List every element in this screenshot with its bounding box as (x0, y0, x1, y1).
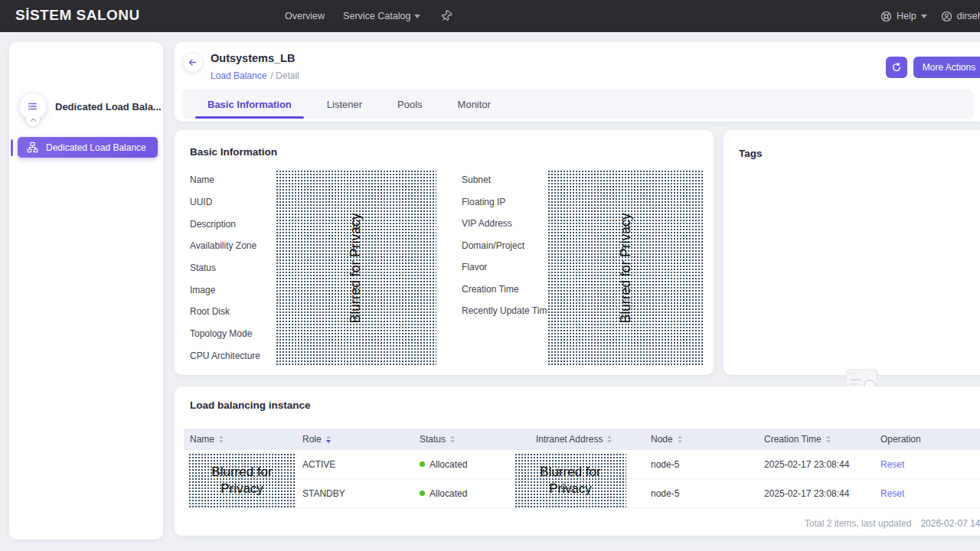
column-node: Node (651, 434, 764, 445)
sort-icon[interactable] (678, 435, 682, 443)
instances-title: Load balancing instance (190, 399, 311, 411)
refresh-icon (891, 62, 902, 73)
pin-button[interactable] (440, 10, 452, 22)
more-actions-label: More Actions (923, 62, 975, 73)
cell-node: node-5 (651, 488, 764, 499)
nav-service-catalog[interactable]: Service Catalog (343, 11, 420, 21)
basic-information-title: Basic Information (190, 146, 277, 158)
sidebar-header: Dedicated Load Bala... (19, 93, 162, 120)
blurred-privacy-text: Privacy (220, 481, 263, 497)
sort-icon[interactable] (450, 435, 455, 443)
blurred-privacy-text: Blurred for Privacy (348, 213, 364, 323)
table-footer: Total 2 items, last updated 2026-02-07 1… (805, 518, 980, 529)
sidebar-item-dedicated-load-balance[interactable]: Dedicated Load Balance (18, 137, 158, 158)
field-label-floating-ip: Floating IP (462, 191, 552, 214)
column-operation: Operation (880, 434, 980, 445)
field-label-subnet: Subnet (462, 169, 552, 191)
blurred-privacy-text: Blurred for (540, 464, 600, 480)
table-header: Name Role Status Intranet Address Node C… (184, 429, 980, 450)
column-role-label: Role (302, 434, 322, 445)
column-creation-time: Creation Time (764, 434, 880, 445)
tab-monitor[interactable]: Monitor (453, 90, 495, 119)
cell-node: node-5 (651, 459, 764, 470)
basic-info-left-labels: Name UUID Description Availability Zone … (190, 169, 260, 367)
instances-card: Load balancing instance Name Role Status… (175, 386, 980, 536)
column-role: Role (302, 434, 420, 445)
refresh-button[interactable] (886, 57, 907, 78)
field-label-cpu-architecture: CPU Architecture (190, 345, 260, 367)
tags-card: Tags No Data (724, 130, 980, 375)
field-label-topology-mode: Topology Mode (190, 323, 260, 345)
back-button[interactable] (183, 53, 202, 72)
sidebar-collapse-button[interactable] (26, 116, 40, 126)
column-status-label: Status (420, 434, 446, 445)
load-balance-icon (27, 142, 38, 153)
nav-overview-label: Overview (285, 11, 325, 21)
sort-icon[interactable] (219, 435, 224, 443)
blurred-privacy-text: Blurred for (211, 464, 272, 480)
user-menu[interactable]: dirsehan (941, 11, 980, 22)
breadcrumb-link[interactable]: Load Balance (211, 70, 266, 81)
breadcrumb-current: / Detail (270, 70, 299, 81)
nav-overview[interactable]: Overview (285, 11, 325, 21)
nav-service-catalog-label: Service Catalog (343, 11, 410, 21)
tab-basic-information[interactable]: Basic Information (203, 90, 296, 119)
detail-tabs: Basic Information Listener Pools Monitor (182, 90, 974, 119)
cell-role: STANDBY (302, 488, 420, 499)
blurred-privacy-text: Blurred for Privacy (618, 213, 634, 323)
status-dot-icon (420, 491, 425, 496)
blurred-values-right: Blurred for Privacy (547, 170, 704, 366)
field-label-name: Name (190, 169, 260, 191)
help-label: Help (897, 11, 916, 21)
field-label-uuid: UUID (190, 191, 260, 214)
column-operation-label: Operation (880, 434, 921, 445)
cell-creation-time: 2025-02-17 23:08:44 (764, 459, 880, 470)
detail-header: Outsystems_LB Load Balance / Detail More… (175, 42, 980, 122)
topbar-right: Help dirsehan (880, 0, 980, 32)
field-label-domain-project: Domain/Project (462, 235, 552, 257)
column-intranet-address-label: Intranet Address (536, 434, 603, 445)
sort-icon[interactable] (607, 435, 612, 443)
column-node-label: Node (651, 434, 673, 445)
blurred-intranet-column: Blurred for Privacy (514, 453, 626, 507)
page-title: Outsystems_LB (211, 52, 295, 64)
basic-info-right-labels: Subnet Floating IP VIP Address Domain/Pr… (462, 169, 552, 322)
user-name: dirsehan (957, 11, 980, 21)
pin-icon (438, 8, 455, 24)
last-updated-timestamp: 2026-02-07 14:34:3 (920, 518, 980, 529)
user-avatar-icon (941, 11, 952, 22)
basic-information-card: Basic Information Name UUID Description … (175, 130, 714, 375)
chevron-down-icon (414, 15, 420, 18)
sidebar-title: Dedicated Load Bala... (55, 101, 162, 112)
column-status: Status (420, 434, 536, 445)
field-label-image: Image (190, 279, 260, 301)
reset-link[interactable]: Reset (880, 459, 904, 470)
chevron-up-icon (30, 118, 37, 122)
field-label-status: Status (190, 257, 260, 279)
more-actions-button[interactable]: More Actions (913, 57, 980, 78)
help-icon (880, 11, 892, 22)
help-menu[interactable]: Help (880, 11, 927, 22)
field-label-recently-update-time: Recently Update Time (462, 300, 552, 322)
cell-creation-time: 2025-02-17 23:08:44 (764, 488, 880, 499)
sidebar: Dedicated Load Bala... Dedicated Load Ba… (9, 42, 163, 540)
column-name: Name (190, 434, 302, 445)
column-intranet-address: Intranet Address (536, 434, 651, 445)
status-label: Allocated (430, 488, 467, 499)
sidebar-item-label: Dedicated Load Balance (46, 142, 146, 153)
tab-listener[interactable]: Listener (322, 90, 367, 119)
sort-icon[interactable] (826, 435, 831, 443)
breadcrumb: Load Balance / Detail (211, 70, 299, 81)
arrow-left-icon (188, 57, 198, 67)
field-label-description: Description (190, 213, 260, 235)
app-logo: SİSTEM SALONU (15, 7, 140, 24)
tab-pools[interactable]: Pools (393, 90, 427, 119)
reset-link[interactable]: Reset (880, 488, 904, 499)
field-label-vip-address: VIP Address (462, 213, 552, 235)
blurred-privacy-text: Privacy (549, 481, 592, 497)
tags-title: Tags (739, 148, 763, 159)
top-navigation: Overview Service Catalog (285, 0, 452, 32)
status-dot-icon (420, 461, 425, 467)
header-actions: More Actions (886, 57, 980, 78)
sort-icon-descending-active[interactable] (326, 435, 331, 443)
